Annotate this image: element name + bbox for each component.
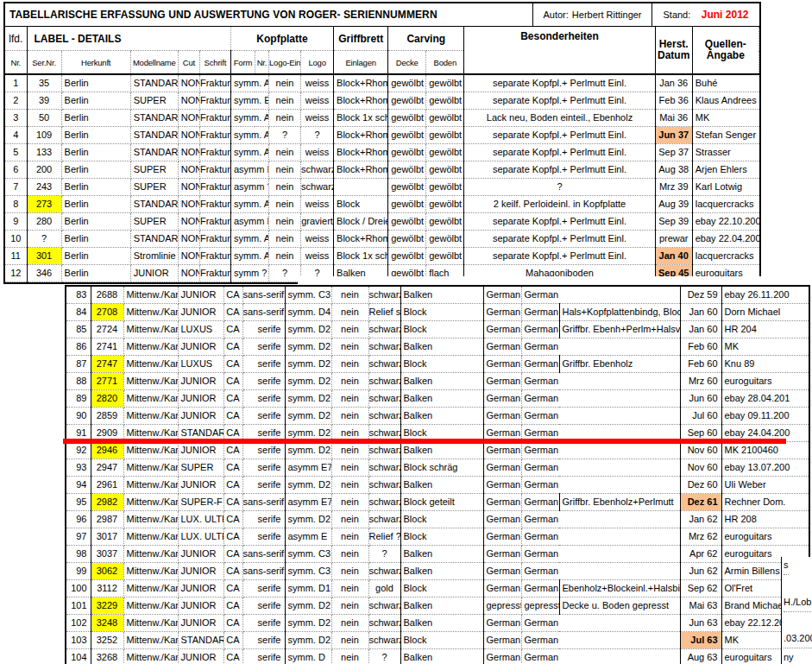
cell-nr: 101 — [66, 598, 91, 615]
table-row: 862741Mittenw./KarweJUNIORCAserifesymm. … — [66, 338, 809, 356]
cell-einlagen: Balken — [400, 442, 483, 459]
cell-schrift: serife — [242, 338, 285, 356]
cell-schrift: serife — [242, 598, 285, 615]
cell-herkunft: Mittenw./Karwe — [123, 356, 178, 373]
cell-cut: NON — [178, 127, 199, 144]
cell-besonderheiten — [559, 649, 680, 664]
cell-schrift: serife — [242, 390, 285, 408]
subheader-logo: Logo — [301, 51, 334, 75]
cell-datum: Jan 62 — [680, 511, 721, 528]
cell-einlagen: Balken — [400, 546, 483, 563]
cell-einlagen: Balken — [400, 598, 483, 615]
cell-logo: weiss — [301, 196, 334, 213]
cell-nr: 92 — [66, 442, 91, 459]
cell-schrift: Fraktur — [199, 179, 230, 196]
cell-logo-einl: nein — [331, 511, 368, 528]
cell-decke: German — [483, 580, 521, 598]
table-row: 922946Mittenw./KarweJUNIORCAserifesymm. … — [66, 442, 809, 459]
cell-einlagen: Block 1x schräg — [334, 248, 388, 265]
cell-form: symm. A3 — [230, 196, 268, 213]
cell-sernr: 3062 — [91, 563, 123, 580]
cell-logo-einl: nein — [331, 390, 368, 408]
cell-sernr: 3017 — [91, 528, 123, 546]
cell-herkunft: Berlin — [61, 179, 130, 196]
table-row: 892820Mittenw./KarweJUNIORCAserifesymm. … — [66, 390, 809, 408]
cell-quelle: ebay 22.10.200 — [692, 213, 758, 231]
cell-form: symm. D2 — [285, 615, 331, 632]
cell-cut: CA — [223, 338, 242, 356]
cell-form: symm. D2 — [285, 598, 331, 615]
cell-herkunft: Mittenw./Karwe — [123, 494, 178, 511]
header-group-row: lfd. LABEL - DETAILS Kopfplatte Griffbre… — [5, 27, 759, 51]
cell-form: symm. D2 — [285, 442, 331, 459]
cell-datum: Feb 60 — [680, 356, 721, 373]
cell-modellname: LUXUS — [178, 356, 223, 373]
cell-nr: 99 — [66, 563, 91, 580]
cell-cut: CA — [223, 442, 242, 459]
cell-logo-einl: nein — [331, 338, 368, 356]
table-row: 852724Mittenw./KarweLUXUSCAserifesymm. D… — [66, 321, 809, 338]
cell-schrift: serife — [242, 321, 285, 338]
cell-nr: 8 — [5, 196, 27, 213]
cell-einlagen: Balken — [400, 390, 483, 408]
header-besonderheiten: Besonderheiten — [464, 27, 655, 74]
cell-nr: 87 — [66, 356, 91, 373]
cell-decke: German — [483, 563, 521, 580]
cell-boden: gewölbt — [426, 196, 464, 213]
cell-form: symm. D2 — [285, 338, 331, 356]
table-row: 4109BerlinSTANDARDNONFraktursymm. A1??Bl… — [5, 127, 759, 144]
cell-schrift: Fraktur — [199, 161, 230, 179]
cell-nr: 3 — [5, 110, 27, 127]
cell-decke: gewölbt — [388, 110, 426, 127]
cell-besonderheiten: Lack neu, Boden einteil., Ebenholz — [464, 110, 655, 127]
cell-datum: Apr 62 — [680, 546, 721, 563]
cell-herkunft: Mittenw./Karwe — [123, 408, 178, 425]
cell-quelle: euroguitars — [721, 373, 809, 390]
cell-datum: Dez 60 — [680, 477, 721, 494]
table-row: 1013229Mittenw./KarweJUNIORCAserifesymm.… — [66, 598, 809, 615]
cell-herkunft: Berlin — [61, 110, 130, 127]
cell-decke: German — [483, 356, 521, 373]
cell-datum: Sep 37 — [655, 144, 692, 161]
cell-sernr: 3112 — [91, 580, 123, 598]
cell-herkunft: Mittenw./Karwe — [123, 563, 178, 580]
cell-schrift: sans-serif — [242, 546, 285, 563]
cell-boden: German — [521, 442, 559, 459]
cell-logo: graviert — [301, 213, 334, 231]
cell-boden: gewölbt — [426, 74, 464, 92]
cell-boden: German — [521, 477, 559, 494]
cell-modellname: STANDARD — [130, 110, 178, 127]
cell-form: asymm E1 — [230, 161, 268, 179]
cell-besonderheiten: separate Kopfpl.+ Perlmutt Einl. — [464, 161, 655, 179]
cell-logo-einl: nein — [268, 110, 300, 127]
cell-besonderheiten: Hals+Kopfplattenbindg, Blockein — [559, 304, 680, 321]
cell-logo: schwarz — [368, 442, 400, 459]
cell-datum: Nov 60 — [680, 442, 721, 459]
cell-form: asymm E7 — [285, 494, 331, 511]
cell-datum: Jun 37 — [655, 127, 692, 144]
cell-nr: 102 — [66, 615, 91, 632]
cell-besonderheiten: Ebenholz+Blockeinl.+Halsbindg — [559, 580, 680, 598]
cell-boden: German — [521, 580, 559, 598]
table-row: 902859Mittenw./KarweJUNIORCAserifesymm. … — [66, 408, 809, 425]
cell-datum: Mrz 39 — [655, 179, 692, 196]
cell-quelle: Stefan Senger — [692, 127, 758, 144]
cell-datum: Mai 36 — [655, 110, 692, 127]
cell-modellname: STANDARD — [130, 196, 178, 213]
cell-decke: gewölbt — [388, 161, 426, 179]
cell-modellname: JUNIOR — [178, 649, 223, 664]
cell-einlagen: Block — [400, 321, 483, 338]
cell-form: symm. A1 — [230, 231, 268, 248]
cell-einlagen: Block+Rhombus — [334, 74, 388, 92]
cell-nr: 85 — [66, 321, 91, 338]
cell-herkunft: Mittenw./Karwe — [123, 321, 178, 338]
cell-schrift: Fraktur — [199, 92, 230, 110]
header-lfd: lfd. — [5, 27, 27, 51]
cell-boden: German — [521, 511, 559, 528]
cell-einlagen — [334, 179, 388, 196]
table-row: 993062Mittenw./KarweJUNIORCAsans-serifsy… — [66, 563, 809, 580]
table-row: 9280BerlinSUPERNONFrakturasymm E2neingra… — [5, 213, 759, 231]
cell-form: symm. D — [285, 649, 331, 664]
cell-besonderheiten: ? — [464, 179, 655, 196]
cell-datum: Jun 60 — [680, 390, 721, 408]
